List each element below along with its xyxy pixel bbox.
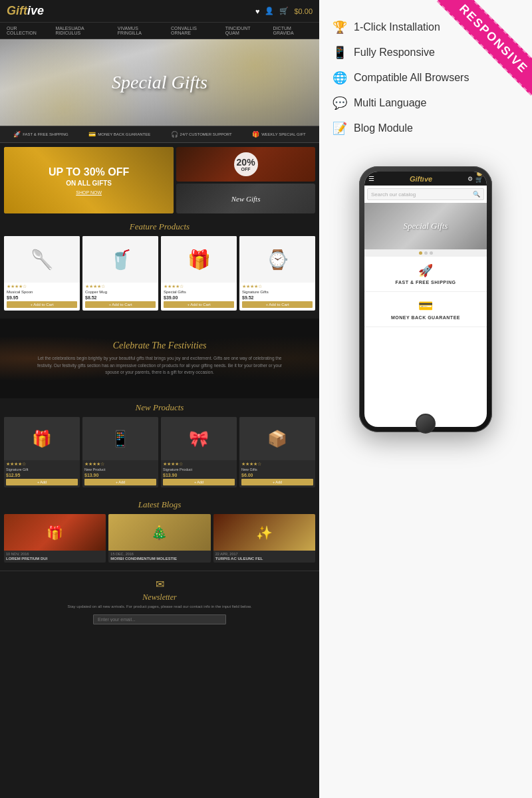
add-to-cart-3[interactable]: + Add to Cart (164, 301, 234, 308)
feature-item-blog: 📝 Blog Module (332, 121, 519, 136)
phone-money-text: MONEY BACK GUARANTEE (391, 315, 460, 320)
new-product-name-4: New Gifts (239, 467, 315, 472)
new-product-3: 🎀 ★★★★☆ Signature Product $13.90 + Add (161, 417, 237, 487)
blog-img-3: ✨ (213, 514, 315, 551)
phone-menu-icon: ☰ (368, 175, 374, 182)
language-icon: 💬 (332, 96, 347, 110)
phone-search-bar[interactable]: Search our catalog 🔍 (367, 188, 484, 200)
responsive-icon: 📱 (332, 45, 347, 60)
phone-outer: ☰ Giftive ⚙ 0 🛒 Search our catalog (359, 166, 492, 432)
nav-malesuada[interactable]: MALESUADA RIDICULUS (55, 26, 109, 35)
nav-collection[interactable]: OUR COLLECTION (7, 26, 47, 35)
featured-products-grid: 🥄 ★★★★☆ Musical Spoon $9.95 + Add to Car… (0, 235, 319, 315)
new-product-price-3: $13.90 (161, 472, 237, 479)
new-product-1: 🎁 ★★★★☆ Signature Gift $12.95 + Add (4, 417, 80, 487)
heart-icon: ♥ (255, 7, 260, 15)
promo-right: 20% OFF New Gifts (176, 147, 315, 213)
website-preview: Giftive ♥ 👤 🛒 $0.00 OUR COLLECTION MALES… (0, 0, 319, 798)
hero-banner: Special Gifts (0, 39, 319, 126)
feature-support: 🎧 24/7 CUSTOMER SUPPORT (171, 131, 232, 138)
newsletter-title: Newsletter (7, 593, 313, 602)
product-img-4: ⌚ (239, 236, 315, 283)
product-card-3: 🎁 ★★★★☆ Special Gifts $39.00 + Add to Ca… (161, 236, 237, 311)
new-product-4: 📦 ★★★★☆ New Gifts $6.00 + Add (239, 417, 315, 487)
blogs-grid: 🎁 10 NOV, 2016 LOREM PRETIUM DUI 🎄 15 DE… (0, 513, 319, 567)
celebration-section: Celebrate The Festivities Let the celebr… (0, 319, 319, 398)
new-product-name-3: Signature Product (161, 467, 237, 472)
dot-2[interactable] (424, 251, 428, 255)
product-img-3: 🎁 (161, 236, 237, 283)
new-add-cart-1[interactable]: + Add (6, 479, 78, 485)
logo-gift: Gift (7, 4, 27, 17)
shipping-icon: 🚀 (13, 131, 21, 138)
promo-new-gifts: New Gifts (176, 184, 315, 213)
add-to-cart-2[interactable]: + Add to Cart (85, 301, 156, 308)
new-product-img-3: 🎀 (161, 417, 237, 460)
site-nav: OUR COLLECTION MALESUADA RIDICULUS VIVAM… (0, 23, 319, 39)
blog-card-3: ✨ 22 APR, 2017 TURPIS AC ULEUNC FEL (213, 514, 315, 563)
nav-convallis[interactable]: CONVALLIS ORNARE (171, 26, 217, 35)
phone-mockup-container: ☰ Giftive ⚙ 0 🛒 Search our catalog (319, 160, 532, 798)
dot-1[interactable] (419, 251, 422, 255)
new-products-grid: 🎁 ★★★★☆ Signature Gift $12.95 + Add 📱 ★★… (0, 416, 319, 491)
header-icons: ♥ 👤 🛒 $0.00 (255, 7, 313, 15)
phone-notch (423, 173, 428, 178)
blog-img-2: 🎄 (108, 514, 210, 551)
blog-card-1: 🎁 10 NOV, 2016 LOREM PRETIUM DUI (4, 514, 106, 563)
product-price-3: $39.00 (161, 295, 237, 301)
promo-discount: UP TO 30% OFF (49, 166, 129, 180)
phone-logo: Giftive (410, 175, 432, 183)
product-name-1: Musical Spoon (4, 289, 80, 295)
add-to-cart-1[interactable]: + Add to Cart (7, 301, 77, 308)
newsletter-section: ✉ Newsletter Stay updated on all new arr… (0, 571, 319, 631)
nav-dictum[interactable]: DICTUM GRAVIDA (273, 26, 313, 35)
new-add-cart-4[interactable]: + Add (241, 479, 313, 485)
nav-tincidunt[interactable]: TINCIDUNT QUAM (225, 26, 265, 35)
newsletter-email-input[interactable] (93, 614, 226, 624)
hero-text: Special Gifts (112, 72, 207, 93)
nav-vivamus[interactable]: VIVAMUS FRINGILLA (118, 26, 163, 35)
blog-date-1: 10 NOV, 2016 (4, 551, 106, 556)
feature-blog-text: Blog Module (354, 122, 413, 134)
badge-off: OFF (241, 167, 251, 172)
ribbon-container: RESPONSIVE (412, 0, 532, 120)
new-add-cart-2[interactable]: + Add (84, 479, 156, 485)
phone-shipping: 🚀 FAST & FREE SHIPPING (364, 257, 487, 292)
logo-ive: ive (27, 4, 44, 17)
phone-home-button[interactable] (416, 414, 436, 434)
product-img-1: 🥄 (4, 236, 80, 283)
product-name-4: Signature Gifts (239, 289, 315, 295)
newsletter-icon: ✉ (7, 578, 313, 591)
blog-title-1[interactable]: LOREM PRETIUM DUI (4, 556, 106, 563)
dot-3[interactable] (430, 251, 433, 255)
special-icon: 🎁 (252, 131, 259, 138)
new-product-price-4: $6.00 (239, 472, 315, 479)
product-price-2: $8.52 (82, 295, 158, 301)
product-price-4: $9.52 (239, 295, 315, 301)
add-to-cart-4[interactable]: + Add to Cart (242, 301, 313, 308)
product-stars-3: ★★★★☆ (161, 283, 237, 289)
promo-section: UP TO 30% OFF ON ALL GIFTS SHOP NOW 20% … (0, 143, 319, 217)
phone-icons: ⚙ 0 🛒 (467, 174, 483, 183)
promo-link[interactable]: SHOP NOW (76, 190, 102, 195)
phone-gear-icon: ⚙ (467, 176, 473, 182)
new-product-price-2: $13.90 (82, 472, 158, 479)
promo-sub: ON ALL GIFTS (49, 179, 129, 188)
blog-card-2: 🎄 15 DEC, 2016 MORBI CONDIMENTUM MOLESTI… (108, 514, 210, 563)
blog-title-3[interactable]: TURPIS AC ULEUNC FEL (213, 556, 315, 563)
product-card-1: 🥄 ★★★★☆ Musical Spoon $9.95 + Add to Car… (4, 236, 80, 311)
promo-left: UP TO 30% OFF ON ALL GIFTS SHOP NOW (4, 147, 174, 213)
featured-section: Feature Products 🥄 ★★★★☆ Musical Spoon $… (0, 217, 319, 319)
new-product-img-1: 🎁 (4, 417, 80, 460)
phone-money-back: 💳 MONEY BACK GUARANTEE (364, 292, 487, 327)
new-product-price-1: $12.95 (4, 472, 80, 479)
blog-title-2[interactable]: MORBI CONDIMENTUM MOLESTIE (108, 556, 210, 563)
money-icon: 💳 (88, 131, 96, 138)
discount-badge: 20% OFF (234, 152, 258, 176)
product-name-3: Special Gifts (161, 289, 237, 295)
new-product-stars-4: ★★★★☆ (239, 460, 315, 467)
phone-hero: Special Gifts (364, 203, 487, 249)
phone-search-placeholder: Search our catalog (371, 192, 473, 198)
new-add-cart-3[interactable]: + Add (163, 479, 235, 485)
feature-bar: 🚀 FAST & FREE SHIPPING 💳 MONEY BACK GUAR… (0, 126, 319, 143)
